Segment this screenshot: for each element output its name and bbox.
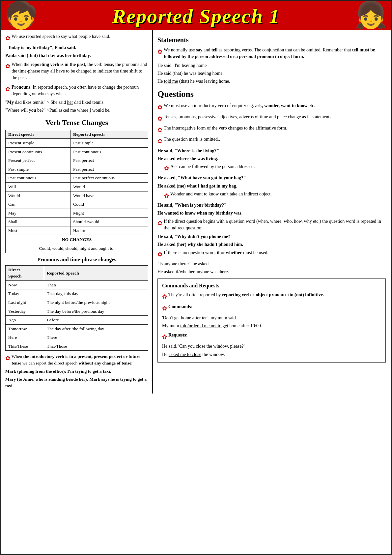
page-header: 🧒 Reported Speech 1 👧 [1,1,391,30]
q-ex8: He asked (her) why she hadn't phoned him… [157,241,386,248]
left-column: ✿ We use reported speech to say what peo… [1,30,153,394]
pronoun-ex1: "My dad likes tennis" > She said her dad… [5,99,148,106]
statements-bullet1: ✿ We normally use say and tell as report… [157,47,386,60]
time-reported-cell: The night before/the previous night [44,298,148,307]
verb-direct-cell: Present perfect [6,156,70,165]
cmd-text: They're all often reported by reporting … [168,292,381,298]
stmt-ex3: He told me (that) he was leaving home. [157,78,386,85]
q-ex7: He said, "Why didn't you phone me?" [157,233,386,240]
verb-direct-cell: Shall [6,218,70,226]
pronoun-ex2: "Where will you be?" >Paul asked me wher… [5,107,148,114]
verb-tense-title: Verb Tense Changes [5,117,148,128]
q-ex5: He said, "When is your birthday?" [157,202,386,209]
stmt-ex2: He said (that) he was leaving home. [157,70,386,77]
q-text5: If the direct question begins with a que… [164,218,386,232]
req-ex1: He said, 'Can you close the window, plea… [162,343,381,350]
note-bullet: ✿ When the introductory verb is in a pre… [5,353,148,366]
verb-reported-cell: Would [70,183,148,191]
time-reported-cell: The day before/the previous day [44,307,148,316]
verb-reported-cell: Past continuous [70,147,148,156]
star-icon-q3: ✿ [157,126,162,134]
time-direct-cell: Today [6,289,44,298]
verb-reported-cell: Past perfect continuous [70,174,148,183]
reporting-verb-bullet: ✿ When the reporting verb is in the past… [5,61,148,81]
q-text4: The question mark is omitted.. [164,136,386,143]
verb-reported-cell: Past simple [70,139,148,148]
requests-label: Requests: [168,332,381,338]
star-icon-note: ✿ [5,354,10,363]
q-ex4: He asked (me) what I had got in my bag. [157,183,386,190]
pronouns-text: Pronouns. In reported speech, you often … [12,84,148,98]
star-icon-q1: ✿ [157,103,162,112]
time-table-row: TodayThat day, this day [6,289,148,298]
verb-direct-cell: Past continuous [6,174,70,183]
main-content: ✿ We use reported speech to say what peo… [1,30,391,394]
verb-table-header-direct: Direct speech [6,130,70,139]
time-reported-cell: That/Those [44,342,148,351]
star-icon-3: ✿ [5,85,10,93]
right-column: Statements ✿ We normally use say and tel… [153,30,391,394]
note-text: When the introductory verb is in a prese… [12,353,148,366]
time-table-row: NowThen [6,280,148,289]
q-ex1: He said, "Where is she living?" [157,148,386,154]
q-sub1: ✿ Ask can be followed by the person addr… [157,163,386,173]
q-ex2: He asked where she was living. [157,156,386,162]
time-direct-cell: Ago [6,316,44,325]
time-reported-cell: That day, this day [44,289,148,298]
star-icon-q4: ✿ [157,137,162,145]
kid-left-icon: 🧒 [5,2,38,28]
stmt-ex1: He said, 'I'm leaving home' [157,62,386,69]
verb-direct-cell: Can [6,200,70,209]
q-sub1-text: Ask can be followed by the person addres… [170,163,386,170]
verb-reported-cell: Should /would [70,218,148,226]
q-sub2: ✿ Wonder and want to know can't take an … [157,191,386,200]
note-ex2: Mary (to Anne, who is standing beside he… [5,376,148,389]
verb-reported-cell: Past perfect [70,156,148,165]
verb-reported-cell: Might [70,209,148,218]
q-text2: Tenses, pronouns, possessive adjectives,… [164,114,386,120]
verb-table-row: MayMight [6,209,148,218]
q-bullet2: ✿ Tenses, pronouns, possessive adjective… [157,114,386,123]
verb-table-row: MustHad to [6,226,148,235]
q-ex6: He wanted to know when my birthday was. [157,210,386,217]
no-changes-subrow: Could, would, should, might and ought to… [6,244,148,253]
commands-label: Commands: [168,304,381,310]
time-table-row: YesterdayThe day before/the previous day [6,307,148,316]
time-direct-cell: Now [6,280,44,289]
time-reported-cell: The day after /the following day [44,324,148,333]
q-ex3: He asked, "What have you got in your bag… [157,175,386,181]
star-icon-q2: ✿ [157,114,162,123]
verb-direct-cell: May [6,209,70,218]
requests-label-item: ✿ Requests: [162,332,381,341]
commands-title: Commands and Requests [162,282,381,289]
star-icon-cmd2: ✿ [162,304,167,313]
q-bullet6: ✿ If there is no question word, if or wh… [157,249,386,259]
star-icon-qs1: ✿ [164,164,169,173]
star-icon-1: ✿ [5,34,10,43]
time-table-row: This/TheseThat/Those [6,342,148,351]
cmd-ex1: 'Don't get home after ten', my mum said. [162,315,381,321]
cmd-ex2: My mum told/ordered me not to get home a… [162,323,381,329]
q-text1: We must use an introductory verb of enqu… [164,102,386,109]
verb-direct-cell: Present simple [6,139,70,148]
time-table-row: TomorrowThe day after /the following day [6,324,148,333]
star-icon-qs2: ✿ [164,191,169,200]
verb-table-row: Present perfectPast perfect [6,156,148,165]
verb-reported-cell: Would have [70,191,148,200]
star-icon-q6: ✿ [157,250,162,259]
verb-direct-cell: Would [6,191,70,200]
time-table-header-reported: Reported Speech [44,265,148,280]
verb-table-row: Present continuousPast continuous [6,147,148,156]
cmd-bullet: ✿ They're all often reported by reportin… [162,292,381,301]
verb-table-header-reported: Reported speech [70,130,148,139]
commands-label-item: ✿ Commands: [162,304,381,313]
star-icon-2: ✿ [5,62,10,71]
intro-text: We use reported speech to say what peopl… [12,33,148,40]
note-ex1: Mark (phoning from the office): I'm tryi… [5,368,148,375]
star-icon-cmd: ✿ [162,292,167,301]
star-icon-q5: ✿ [157,219,162,227]
questions-title: Questions [157,88,386,101]
verb-table-row: ShallShould /would [6,218,148,226]
q-sub2-text: Wonder and want to know can't take an in… [170,191,386,197]
pronouns-time-title: Pronouns and time-phrase changes [5,256,148,263]
